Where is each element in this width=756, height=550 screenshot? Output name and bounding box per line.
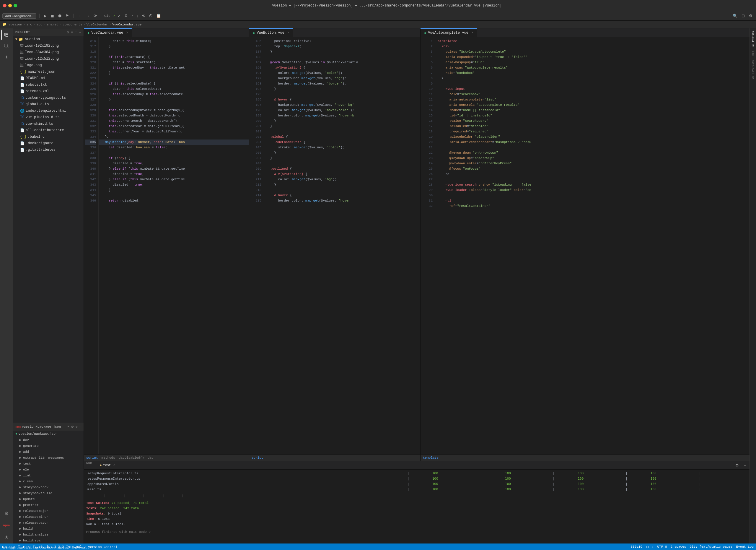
run-button[interactable]: ▶ <box>43 13 48 19</box>
npm-script-lint[interactable]: lint <box>13 473 84 479</box>
npm-script-build-spa[interactable]: build:spa <box>13 538 84 544</box>
git-update-button[interactable]: ✗ <box>123 13 129 19</box>
refresh-button[interactable]: ⟳ <box>92 13 98 19</box>
tab-close-icon[interactable]: × <box>126 31 128 35</box>
rsb-npm[interactable]: npm <box>752 50 755 57</box>
npm-script-extract[interactable]: extract-i18n-messages <box>13 455 84 461</box>
forward-button[interactable]: → <box>84 13 91 19</box>
tree-file-manifest[interactable]: { } manifest.json <box>13 69 84 75</box>
npm-script-build-analyze[interactable]: build:analyze <box>13 532 84 538</box>
tab-vueautocomplete[interactable]: ◆ VueAutocomplete.vue × <box>421 28 477 37</box>
back-button[interactable]: ← <box>76 13 83 19</box>
npm-script-add[interactable]: add <box>13 449 84 455</box>
tab-vuecalendar[interactable]: ◆ VueCalendar.vue × <box>84 28 132 37</box>
git-pull-button[interactable]: ↓ <box>136 13 140 19</box>
tree-file-robots[interactable]: 📄 robots.txt <box>13 82 84 88</box>
git-commit-button[interactable]: ✓ <box>116 13 122 19</box>
npm-root[interactable]: ▼ vuesion/package.json <box>13 431 84 437</box>
tree-file-customtypings[interactable]: TS custom-typings.d.ts <box>13 95 84 101</box>
bottom-settings-btn[interactable]: ⚙ <box>734 463 740 468</box>
layout-icon[interactable]: ≡ <box>71 30 73 35</box>
settings-icon[interactable]: ⚙ <box>67 30 69 35</box>
tab-close-icon[interactable]: × <box>113 463 115 467</box>
tree-file-dockerignore[interactable]: 📄 .dockerignore <box>13 140 84 146</box>
tree-file-icon512[interactable]: 🖼 Icon-512x512.png <box>13 56 84 62</box>
git-revert-button[interactable]: ⟲ <box>141 13 146 19</box>
npm-script-storybook-build[interactable]: storybook:build <box>13 490 84 496</box>
tree-file-all-contributors[interactable]: 📄 all-contributorsrc <box>13 127 84 134</box>
npm-header[interactable]: npm vuesion/package.json + ⟳ ⚙ ⋯ <box>13 423 84 431</box>
more-icon[interactable]: ⋯ <box>79 30 81 35</box>
npm-script-e2e[interactable]: e2e <box>13 467 84 473</box>
npm-script-storybook-dev[interactable]: storybook:dev <box>13 484 84 490</box>
breadcrumb-vuesion[interactable]: 📁 vuesion <box>2 22 22 26</box>
tree-root[interactable]: ▼ 📁 vuesion <box>13 36 84 43</box>
footer-daydisabled[interactable]: dayDisabled() <box>119 456 144 460</box>
pane1-code[interactable]: 316317318319320 321322323324325 32632732… <box>84 37 249 454</box>
tree-file-logo[interactable]: 🖼 logo.png <box>13 62 84 69</box>
npm-script-release-patch[interactable]: release:patch <box>13 520 84 526</box>
debug-button[interactable]: ⬢ <box>57 13 63 19</box>
bottom-tab-test[interactable]: ▶ test × <box>96 461 118 469</box>
activity-favorites[interactable]: ★ <box>1 532 12 542</box>
footer-script2[interactable]: script <box>252 456 263 460</box>
pane3-code[interactable]: 12345 678910 1112131415 1617181920 21222… <box>421 37 750 454</box>
activity-search[interactable] <box>1 41 12 51</box>
git-annotate-button[interactable]: 📋 <box>155 13 162 19</box>
git-push-button[interactable]: ↑ <box>130 13 134 19</box>
npm-settings-icon[interactable]: ⚙ <box>76 425 78 429</box>
terminal-button[interactable]: ⊡ <box>740 13 746 19</box>
tree-file-icon192[interactable]: 🖼 Icon-192x192.png <box>13 43 84 49</box>
footer-day[interactable]: day <box>148 456 154 460</box>
npm-refresh-icon[interactable]: ⟳ <box>71 425 74 429</box>
activity-settings[interactable]: ⚙ <box>1 508 12 519</box>
npm-script-build[interactable]: build <box>13 526 84 532</box>
footer-script[interactable]: script <box>86 456 98 460</box>
close-button[interactable] <box>3 4 6 7</box>
minimize-button[interactable] <box>8 4 12 7</box>
npm-add-icon[interactable]: + <box>67 425 69 429</box>
footer-methods[interactable]: methods <box>102 456 115 460</box>
stop-button[interactable]: ◼ <box>50 13 55 19</box>
npm-more-icon[interactable]: ⋯ <box>79 425 81 429</box>
breadcrumb-vuecalendar[interactable]: VueCalendar <box>87 23 108 26</box>
tab-vuebutton[interactable]: ◆ VueButton.vue × <box>249 28 293 37</box>
breadcrumb-src[interactable]: src <box>26 23 32 26</box>
tree-file-gitattributes[interactable]: 📄 .gitattributes <box>13 146 84 153</box>
activity-explorer[interactable] <box>1 30 12 40</box>
activity-source-control[interactable] <box>1 52 12 63</box>
breadcrumb-shared[interactable]: shared <box>47 23 58 26</box>
footer-template[interactable]: template <box>423 456 439 460</box>
npm-script-update[interactable]: update <box>13 496 84 502</box>
rsb-favorites[interactable]: 2: Favorites <box>752 58 755 80</box>
tree-file-sitemap[interactable]: 📄 sitemap.xml <box>13 88 84 95</box>
maximize-button[interactable] <box>14 4 17 7</box>
breadcrumb-app[interactable]: app <box>37 23 43 26</box>
tree-file-vueshim[interactable]: TS vue-shim.d.ts <box>13 121 84 127</box>
tree-file-icon384[interactable]: 🖼 Icon-384x384.png <box>13 49 84 56</box>
activity-npm[interactable]: npm <box>1 520 12 531</box>
breadcrumb-components[interactable]: components <box>63 23 82 26</box>
tree-file-readme[interactable]: 📄 README.md <box>13 75 84 82</box>
tree-file-vueplugins[interactable]: TS vue.plugins.d.ts <box>13 114 84 121</box>
git-history-button[interactable]: ⏱ <box>148 13 154 19</box>
npm-script-generate[interactable]: generate <box>13 443 84 449</box>
tree-file-babelrc[interactable]: { } .babelrc <box>13 134 84 140</box>
npm-script-prettier[interactable]: prettier <box>13 502 84 508</box>
pane2-code[interactable]: 185186187188189 190191192193194 19519619… <box>249 37 420 454</box>
npm-script-test[interactable]: test <box>13 461 84 467</box>
add-configuration-button[interactable]: Add Configuration... <box>2 13 36 19</box>
tree-file-global[interactable]: TS global.d.ts <box>13 101 84 108</box>
npm-script-release-major[interactable]: release:major <box>13 508 84 514</box>
search-toolbar-button[interactable]: 🔍 <box>731 13 739 19</box>
npm-script-clean[interactable]: clean <box>13 479 84 484</box>
rsb-structure[interactable]: 1: Project <box>752 30 755 48</box>
settings-toolbar-button[interactable]: ⚙ <box>748 13 754 19</box>
bottom-close-btn[interactable]: − <box>742 463 747 468</box>
npm-script-release-minor[interactable]: release:minor <box>13 514 84 520</box>
npm-script-dev[interactable]: dev <box>13 437 84 443</box>
tab-close-icon[interactable]: × <box>471 31 473 35</box>
tab-close-icon[interactable]: × <box>287 31 289 35</box>
tree-file-index-template[interactable]: 🌐 index.template.html <box>13 108 84 114</box>
collapse-icon[interactable]: − <box>75 30 77 35</box>
